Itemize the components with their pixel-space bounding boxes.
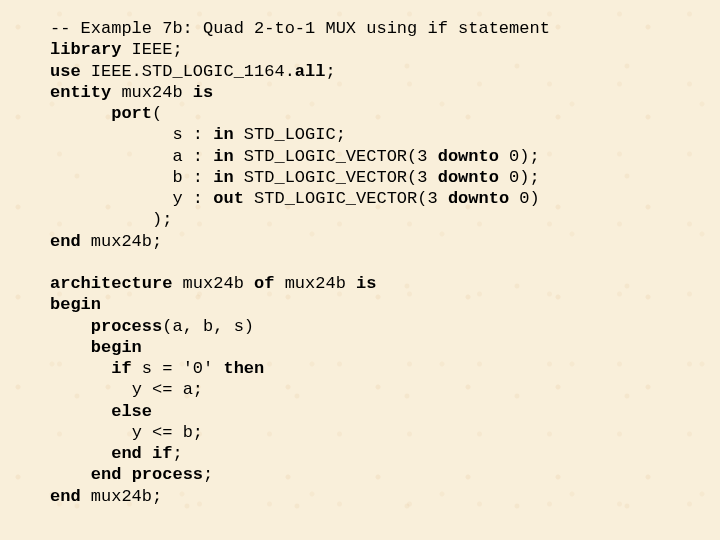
indent	[50, 104, 111, 123]
kw-in: in	[213, 125, 233, 144]
kw-out: out	[213, 189, 244, 208]
kw-of: of	[254, 274, 274, 293]
kw-architecture: architecture	[50, 274, 172, 293]
indent	[50, 125, 172, 144]
txt: );	[152, 210, 172, 229]
blank-line	[50, 253, 60, 272]
kw-is: is	[356, 274, 376, 293]
txt: (	[152, 104, 162, 123]
indent	[50, 465, 91, 484]
indent	[50, 423, 132, 442]
kw-downto: downto	[448, 189, 509, 208]
txt: mux24b;	[81, 232, 163, 251]
txt: IEEE;	[121, 40, 182, 59]
indent	[50, 147, 172, 166]
txt: STD_LOGIC_VECTOR(3	[244, 189, 448, 208]
txt: 0);	[499, 147, 540, 166]
indent	[50, 338, 91, 357]
indent	[50, 317, 91, 336]
kw-end: end	[50, 487, 81, 506]
kw-is: is	[193, 83, 213, 102]
kw-else: else	[111, 402, 152, 421]
txt: ;	[172, 444, 182, 463]
txt: mux24b	[111, 83, 193, 102]
code-block: -- Example 7b: Quad 2-to-1 MUX using if …	[0, 0, 720, 507]
kw-downto: downto	[438, 147, 499, 166]
txt: 0);	[499, 168, 540, 187]
txt: y <= a;	[132, 380, 203, 399]
kw-process: process	[91, 317, 162, 336]
txt: b :	[172, 168, 213, 187]
indent	[50, 444, 111, 463]
kw-end: end	[50, 232, 81, 251]
txt: y :	[172, 189, 213, 208]
kw-begin: begin	[50, 295, 101, 314]
indent	[50, 359, 111, 378]
txt: mux24b	[274, 274, 356, 293]
txt	[121, 465, 131, 484]
kw-library: library	[50, 40, 121, 59]
txt: mux24b;	[81, 487, 163, 506]
kw-end: end	[91, 465, 122, 484]
kw-then: then	[223, 359, 264, 378]
kw-process: process	[132, 465, 203, 484]
indent	[50, 210, 152, 229]
txt: STD_LOGIC;	[234, 125, 346, 144]
kw-downto: downto	[438, 168, 499, 187]
txt: ;	[325, 62, 335, 81]
txt: STD_LOGIC_VECTOR(3	[234, 168, 438, 187]
indent	[50, 402, 111, 421]
kw-use: use	[50, 62, 81, 81]
kw-in: in	[213, 147, 233, 166]
kw-in: in	[213, 168, 233, 187]
txt: 0)	[509, 189, 540, 208]
txt: STD_LOGIC_VECTOR(3	[234, 147, 438, 166]
indent	[50, 380, 132, 399]
txt: IEEE.STD_LOGIC_1164.	[81, 62, 295, 81]
txt: s = '0'	[132, 359, 224, 378]
kw-if: if	[152, 444, 172, 463]
txt: (a, b, s)	[162, 317, 254, 336]
txt: a :	[172, 147, 213, 166]
kw-end: end	[111, 444, 142, 463]
kw-all: all	[295, 62, 326, 81]
kw-begin: begin	[91, 338, 142, 357]
indent	[50, 189, 172, 208]
line-comment: -- Example 7b: Quad 2-to-1 MUX using if …	[50, 19, 550, 38]
kw-port: port	[111, 104, 152, 123]
txt: y <= b;	[132, 423, 203, 442]
txt: ;	[203, 465, 213, 484]
txt	[142, 444, 152, 463]
txt: s :	[172, 125, 213, 144]
txt: mux24b	[172, 274, 254, 293]
kw-if: if	[111, 359, 131, 378]
indent	[50, 168, 172, 187]
kw-entity: entity	[50, 83, 111, 102]
